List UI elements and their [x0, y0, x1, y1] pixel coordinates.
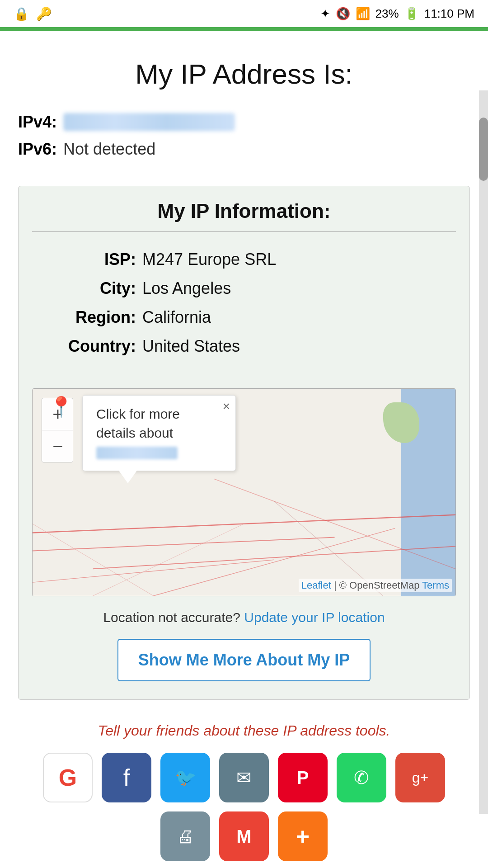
scrollbar-thumb[interactable] [479, 118, 488, 181]
svg-line-6 [93, 524, 244, 596]
region-value: California [142, 308, 442, 327]
region-row: Region: California [46, 308, 442, 327]
ipv4-value [63, 113, 235, 131]
share-more-button[interactable]: + [278, 811, 328, 861]
update-location-link[interactable]: Update your IP location [244, 610, 385, 625]
country-value: United States [142, 337, 442, 356]
ipv6-value: Not detected [63, 140, 155, 159]
time-display: 11:10 PM [424, 7, 474, 21]
city-value: Los Angeles [142, 279, 442, 298]
share-gplus-button[interactable]: g+ [395, 753, 445, 802]
info-card-divider [32, 231, 456, 232]
info-card: My IP Information: ISP: M247 Europe SRL … [18, 186, 470, 700]
map-marker: 📍 [49, 395, 74, 419]
share-gmail-button[interactable]: M [219, 811, 269, 861]
green-bar [0, 27, 488, 31]
share-pinterest-button[interactable]: P [278, 753, 328, 802]
status-left-icons: 🔒 🔑 [14, 6, 52, 21]
location-note-text: Location not accurate? [103, 610, 244, 625]
main-content: My IP Address Is: IPv4: IPv6: Not detect… [0, 31, 488, 868]
battery-text: 23% [375, 7, 399, 21]
lock-icon: 🔒 [14, 6, 29, 21]
info-card-title: My IP Information: [19, 186, 469, 231]
tooltip-close-button[interactable]: × [223, 399, 230, 414]
bluetooth-icon: ✦ [320, 7, 330, 21]
share-twitter-button[interactable]: 🐦 [160, 753, 210, 802]
terms-link[interactable]: Terms [422, 580, 449, 591]
attribution-rest: | © OpenStreetMap [334, 580, 422, 591]
isp-value: M247 Europe SRL [142, 250, 442, 269]
zoom-out-button[interactable]: − [42, 430, 74, 462]
friends-text: Tell your friends about these IP address… [32, 722, 456, 739]
city-row: City: Los Angeles [46, 279, 442, 298]
isp-row: ISP: M247 Europe SRL [46, 250, 442, 269]
status-right-icons: ✦ 🔇 📶 23% 🔋 11:10 PM [320, 7, 474, 21]
info-table: ISP: M247 Europe SRL City: Los Angeles R… [19, 245, 469, 370]
svg-line-0 [33, 515, 455, 533]
share-email-button[interactable]: ✉ [219, 753, 269, 802]
mute-icon: 🔇 [336, 7, 350, 21]
ipv4-label: IPv4: [18, 113, 57, 132]
battery-icon: 🔋 [404, 7, 419, 21]
ipv6-row: IPv6: Not detected [18, 140, 470, 159]
svg-line-1 [33, 538, 335, 551]
wifi-icon: 📶 [356, 7, 370, 21]
page-title: My IP Address Is: [18, 58, 470, 90]
map-background: + − 📍 × Click for more details about Lea… [33, 389, 455, 596]
isp-label: ISP: [46, 250, 136, 269]
country-row: Country: United States [46, 337, 442, 356]
status-bar: 🔒 🔑 ✦ 🔇 📶 23% 🔋 11:10 PM [0, 0, 488, 27]
ipv6-label: IPv6: [18, 140, 57, 159]
leaflet-link[interactable]: Leaflet [301, 580, 331, 591]
share-whatsapp-button[interactable]: ✆ [337, 753, 386, 802]
svg-line-2 [93, 546, 455, 569]
share-print-button[interactable]: 🖨 [160, 811, 210, 861]
show-more-button[interactable]: Show Me More About My IP [117, 639, 371, 681]
scrollbar-track [479, 90, 488, 814]
city-label: City: [46, 279, 136, 298]
map-container[interactable]: + − 📍 × Click for more details about Lea… [32, 388, 456, 596]
share-google-button[interactable]: G [43, 753, 93, 802]
key-icon: 🔑 [36, 6, 52, 21]
location-note: Location not accurate? Update your IP lo… [32, 610, 456, 625]
tooltip-text: Click for more details about [96, 406, 180, 440]
region-label: Region: [46, 308, 136, 327]
svg-line-4 [33, 560, 274, 582]
map-tooltip: × Click for more details about [82, 395, 236, 471]
country-label: Country: [46, 337, 136, 356]
share-row: G f 🐦 ✉ P ✆ g+ 🖨 M + [18, 753, 470, 868]
share-facebook-button[interactable]: f [102, 753, 151, 802]
ipv4-row: IPv4: [18, 113, 470, 132]
svg-line-7 [33, 524, 153, 596]
tooltip-ip-blurred [96, 447, 178, 459]
map-attribution: Leaflet | © OpenStreetMap Terms [299, 579, 452, 592]
